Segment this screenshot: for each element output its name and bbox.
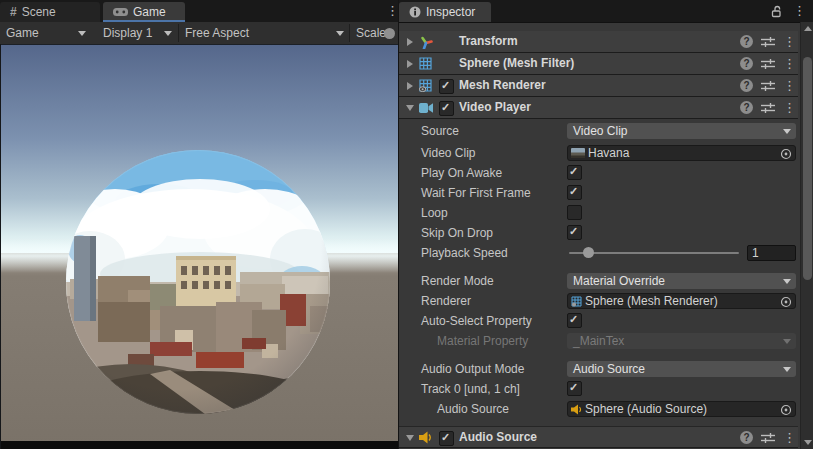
component-menu-icon[interactable]: ⋮ <box>783 101 793 114</box>
playback-speed-slider-track[interactable] <box>569 252 739 254</box>
video-clip-field[interactable]: Havana <box>567 145 796 161</box>
mesh-filter-icon <box>419 57 432 70</box>
scrollbar-thumb[interactable] <box>803 57 812 280</box>
row-play-on-awake: Play On Awake <box>399 163 798 183</box>
dropdown-value: Video Clip <box>573 124 627 138</box>
chevron-down-icon <box>783 279 791 284</box>
video-player-icon <box>419 102 434 114</box>
inspector-tabstrip: Inspector ⋮ <box>399 0 813 23</box>
tab-inspector[interactable]: Inspector <box>399 2 491 22</box>
presets-icon[interactable] <box>761 36 775 48</box>
render-mode-dropdown[interactable]: Material Override <box>567 273 796 289</box>
game-panel-menu-icon[interactable]: ⋮ <box>386 4 396 17</box>
scale-label: Scale <box>356 22 386 44</box>
game-panel: # Scene Game ⋮ Game Display 1 <box>0 0 398 449</box>
object-picker-icon[interactable] <box>780 148 792 160</box>
object-picker-icon[interactable] <box>780 404 792 416</box>
game-viewport[interactable] <box>0 44 398 449</box>
auto-select-property-checkbox[interactable] <box>567 313 582 328</box>
row-skip-on-drop: Skip On Drop <box>399 223 798 243</box>
aspect-label: Free Aspect <box>185 26 249 40</box>
dropdown-value: _MainTex <box>573 334 624 348</box>
chevron-down-icon <box>164 31 172 36</box>
mesh-renderer-mini-icon <box>571 296 582 307</box>
scroll-down-icon[interactable] <box>804 440 812 445</box>
property-label: Material Property <box>437 331 528 351</box>
row-auto-select-property: Auto-Select Property <box>399 311 798 331</box>
display-dropdown[interactable]: Display 1 <box>103 22 152 44</box>
help-icon[interactable]: ? <box>740 431 753 444</box>
help-icon[interactable]: ? <box>740 101 753 114</box>
component-enabled-checkbox[interactable] <box>439 79 454 94</box>
game-mode-label: Game <box>6 26 39 40</box>
audio-output-mode-dropdown[interactable]: Audio Source <box>567 361 796 377</box>
unity-editor-window: # Scene Game ⋮ Game Display 1 <box>0 0 813 449</box>
renderer-field[interactable]: Sphere (Mesh Renderer) <box>567 293 796 309</box>
game-render <box>0 44 398 449</box>
tab-scene[interactable]: # Scene <box>0 2 100 22</box>
wait-for-first-frame-checkbox[interactable] <box>567 185 582 200</box>
foldout-icon[interactable] <box>407 38 413 46</box>
chevron-down-icon <box>78 31 86 36</box>
component-menu-icon[interactable]: ⋮ <box>783 79 793 92</box>
component-enabled-checkbox[interactable] <box>439 431 454 446</box>
row-playback-speed: Playback Speed <box>399 243 798 263</box>
aspect-dropdown[interactable]: Free Aspect <box>185 22 249 44</box>
row-loop: Loop <box>399 203 798 223</box>
help-icon[interactable]: ? <box>740 79 753 92</box>
game-mode-dropdown[interactable]: Game <box>6 22 39 44</box>
component-header-mesh-renderer[interactable]: Mesh Renderer ? ⋮ <box>399 75 798 97</box>
presets-icon[interactable] <box>761 102 775 114</box>
row-wait-for-first-frame: Wait For First Frame <box>399 183 798 203</box>
row-audio-source-field: Audio Source Sphere (Audio Source) <box>399 399 798 419</box>
component-menu-icon[interactable]: ⋮ <box>783 431 793 444</box>
chevron-down-icon <box>783 129 791 134</box>
component-header-mesh-filter[interactable]: Sphere (Mesh Filter) ? ⋮ <box>399 53 798 75</box>
component-header-video-player[interactable]: Video Player ? ⋮ <box>399 97 798 119</box>
skip-on-drop-checkbox[interactable] <box>567 225 582 240</box>
loop-checkbox[interactable] <box>567 205 582 220</box>
foldout-icon[interactable] <box>407 60 413 68</box>
foldout-icon[interactable] <box>407 82 413 90</box>
scale-slider-knob[interactable] <box>384 28 395 39</box>
property-label: Auto-Select Property <box>421 311 532 331</box>
row-audio-output-mode: Audio Output Mode Audio Source <box>399 359 798 379</box>
help-icon[interactable]: ? <box>740 35 753 48</box>
track-0-checkbox[interactable] <box>567 381 582 396</box>
source-dropdown[interactable]: Video Clip <box>567 123 796 139</box>
playback-speed-slider-knob[interactable] <box>583 247 594 258</box>
inspector-menu-icon[interactable]: ⋮ <box>793 4 803 17</box>
component-header-audio-source[interactable]: Audio Source ? ⋮ <box>399 426 798 448</box>
component-menu-icon[interactable]: ⋮ <box>783 35 793 48</box>
audio-source-mini-icon <box>571 404 582 415</box>
presets-icon[interactable] <box>761 80 775 92</box>
property-label: Track 0 [und, 1 ch] <box>421 379 520 399</box>
help-icon[interactable]: ? <box>740 57 753 70</box>
foldout-icon[interactable] <box>406 105 414 111</box>
row-material-property: Material Property _MainTex <box>399 331 798 351</box>
lock-icon[interactable] <box>770 5 783 18</box>
component-menu-icon[interactable]: ⋮ <box>783 57 793 70</box>
chevron-down-icon <box>336 31 344 36</box>
object-picker-icon[interactable] <box>780 296 792 308</box>
presets-icon[interactable] <box>761 432 775 444</box>
component-enabled-checkbox[interactable] <box>439 101 454 116</box>
tab-game[interactable]: Game <box>103 2 185 22</box>
playback-speed-input[interactable] <box>747 245 796 261</box>
property-label: Play On Awake <box>421 163 502 183</box>
material-property-dropdown: _MainTex <box>567 333 796 349</box>
property-label: Loop <box>421 203 448 223</box>
row-video-clip: Video Clip Havana <box>399 143 798 163</box>
play-on-awake-checkbox[interactable] <box>567 165 582 180</box>
audio-source-field[interactable]: Sphere (Audio Source) <box>567 401 796 417</box>
component-header-transform[interactable]: Transform ? ⋮ <box>399 31 798 53</box>
presets-icon[interactable] <box>761 58 775 70</box>
foldout-icon[interactable] <box>406 435 414 441</box>
tab-game-label: Game <box>133 5 166 19</box>
component-name: Mesh Renderer <box>459 75 546 96</box>
property-label: Source <box>421 121 459 141</box>
inspector-scrollbar[interactable] <box>800 22 813 449</box>
scroll-up-icon[interactable] <box>804 26 812 31</box>
toolbar-divider <box>178 24 179 42</box>
video-thumbnail-icon <box>571 148 585 158</box>
